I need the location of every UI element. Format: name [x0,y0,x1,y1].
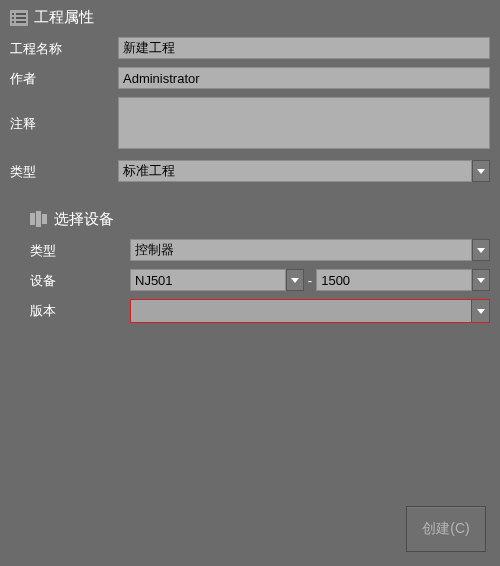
device-type-select[interactable]: 控制器 [130,239,490,261]
project-properties-title: 工程属性 [34,8,94,27]
create-button[interactable]: 创建(C) [406,506,486,552]
chevron-down-icon [477,248,485,253]
device-type-dropdown-button[interactable] [472,239,490,261]
chevron-down-icon [477,278,485,283]
device-model-value: NJ501 [130,269,286,291]
chevron-down-icon [291,278,299,283]
comment-textarea[interactable] [118,97,490,149]
create-button-label: 创建(C) [422,520,469,538]
version-value [131,300,471,322]
list-icon [10,10,28,26]
controllers-icon [30,211,48,229]
svg-rect-2 [16,13,26,15]
device-code-dropdown-button[interactable] [472,269,490,291]
svg-rect-1 [12,13,14,15]
svg-rect-3 [12,17,14,19]
svg-rect-4 [16,17,26,19]
project-name-label: 工程名称 [10,37,118,58]
author-input[interactable] [118,67,490,89]
version-dropdown-button[interactable] [471,300,489,322]
chevron-down-icon [477,169,485,174]
select-device-title: 选择设备 [54,210,114,229]
project-name-input[interactable] [118,37,490,59]
device-label: 设备 [30,269,130,290]
version-select[interactable] [130,299,490,323]
select-device-header: 选择设备 [30,210,490,229]
project-type-value: 标准工程 [118,160,472,182]
comment-label: 注释 [10,97,118,133]
device-code-select[interactable]: 1500 [316,269,490,291]
project-properties-header: 工程属性 [10,8,490,27]
device-separator: - [304,273,316,288]
device-code-value: 1500 [316,269,472,291]
device-model-dropdown-button[interactable] [286,269,304,291]
project-type-label: 类型 [10,160,118,181]
version-label: 版本 [30,299,130,320]
svg-rect-9 [42,214,47,224]
svg-rect-6 [16,21,26,23]
device-model-select[interactable]: NJ501 [130,269,304,291]
device-type-label: 类型 [30,239,130,260]
chevron-down-icon [477,309,485,314]
device-type-value: 控制器 [130,239,472,261]
svg-rect-8 [36,211,41,227]
author-label: 作者 [10,67,118,88]
svg-rect-5 [12,21,14,23]
project-type-dropdown-button[interactable] [472,160,490,182]
svg-rect-7 [30,213,35,225]
project-type-select[interactable]: 标准工程 [118,160,490,182]
